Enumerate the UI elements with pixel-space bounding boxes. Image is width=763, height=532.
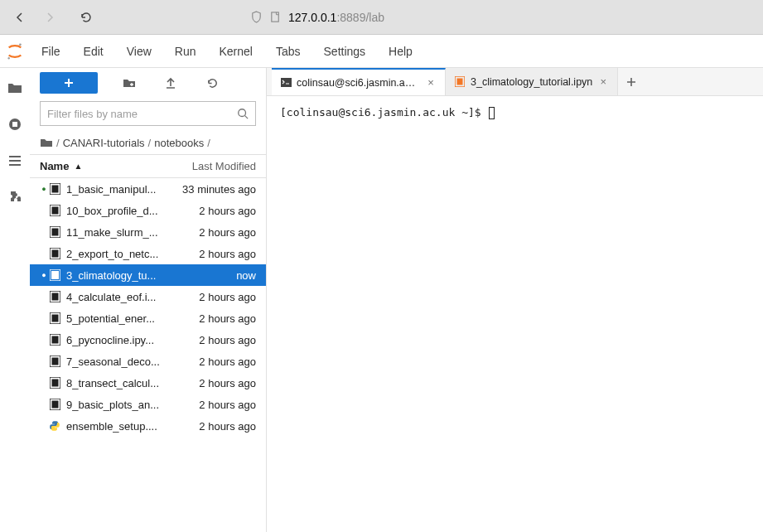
file-name: 10_box_profile_d... [66,205,173,217]
svg-rect-27 [51,401,58,409]
filter-box[interactable] [40,101,256,126]
file-modified: 2 hours ago [173,334,256,346]
tab-close-button[interactable]: × [597,76,609,88]
breadcrumb: / CANARI-tutorials / notebooks / [30,131,266,154]
file-row[interactable]: 2_export_to_netc...2 hours ago [30,243,266,264]
reload-icon [80,11,93,24]
column-header-name[interactable]: Name ▲ [40,160,173,172]
activity-bar [0,68,30,532]
file-row[interactable]: ●3_climatology_tu...now [30,264,266,286]
stop-circle-icon [7,117,22,132]
new-launcher-button[interactable] [40,72,98,94]
file-modified: 2 hours ago [173,399,256,411]
file-status-indicator: ● [40,271,48,279]
file-browser-tab[interactable] [7,80,23,96]
file-list-header: Name ▲ Last Modified [30,154,266,178]
python-icon [48,420,61,432]
running-tab[interactable] [7,116,23,133]
menu-kernel[interactable]: Kernel [207,35,263,67]
tab-terminal[interactable]: colinsau@sci6.jasmin.ac.uk × [272,68,446,95]
puzzle-icon [7,190,22,205]
breadcrumb-separator: / [56,137,60,149]
svg-rect-13 [51,250,58,258]
svg-rect-30 [457,79,463,85]
breadcrumb-item[interactable]: notebooks [154,137,204,149]
tab-label: 3_climatology_tutorial.ipyn [471,76,592,88]
folder-icon [7,81,22,94]
refresh-button[interactable] [202,73,222,93]
svg-rect-21 [51,336,58,344]
svg-point-1 [19,43,22,46]
search-icon [237,108,249,119]
upload-button[interactable] [161,73,181,93]
file-row[interactable]: ●1_basic_manipul...33 minutes ago [30,178,266,200]
jupyter-logo[interactable] [0,42,30,60]
file-name: 5_potential_ener... [66,312,173,325]
extensions-tab[interactable] [7,189,23,206]
list-icon [7,154,22,167]
file-name: 6_pycnocline.ipy... [66,334,173,346]
tab-notebook[interactable]: 3_climatology_tutorial.ipyn × [446,68,618,95]
browser-url-bar[interactable]: 127.0.0.1:8889/lab [244,5,756,30]
menu-edit[interactable]: Edit [72,35,115,67]
notebook-icon [48,205,61,216]
file-modified: 2 hours ago [173,248,256,260]
svg-rect-7 [51,186,58,193]
browser-forward-button[interactable] [36,5,63,30]
browser-navigation-bar: 127.0.0.1:8889/lab [0,0,763,35]
file-row[interactable]: 11_make_slurm_...2 hours ago [30,221,266,243]
tab-label: colinsau@sci6.jasmin.ac.uk [297,77,420,89]
toc-tab[interactable] [7,152,23,169]
file-modified: now [173,269,256,282]
menu-run[interactable]: Run [163,35,208,67]
svg-rect-25 [51,380,58,387]
filter-input[interactable] [47,108,237,120]
shield-icon [250,11,263,23]
file-status-indicator: ● [40,185,48,193]
breadcrumb-item[interactable]: CANARI-tutorials [63,137,145,149]
file-name: 9_basic_plots_an... [66,399,173,411]
menu-view[interactable]: View [115,35,163,67]
tab-close-button[interactable]: × [425,77,437,89]
new-folder-button[interactable] [119,73,139,93]
breadcrumb-separator: / [148,137,152,149]
file-row[interactable]: 5_potential_ener...2 hours ago [30,307,266,329]
browser-back-button[interactable] [7,5,33,30]
file-modified: 2 hours ago [173,377,256,389]
menu-tabs[interactable]: Tabs [264,35,312,67]
folder-icon[interactable] [40,136,53,149]
arrow-right-icon [43,11,56,24]
url-path: :8889/lab [336,11,384,24]
svg-rect-23 [51,358,58,365]
notebook-icon [48,399,61,410]
jupyter-icon [6,42,24,60]
file-browser-toolbar [30,68,266,98]
file-modified: 2 hours ago [173,205,256,217]
notebook-icon [48,183,61,195]
column-header-modified[interactable]: Last Modified [173,160,256,172]
file-row[interactable]: 9_basic_plots_an...2 hours ago [30,394,266,415]
file-row[interactable]: 10_box_profile_d...2 hours ago [30,200,266,221]
file-name: 8_transect_calcul... [66,377,173,389]
file-modified: 2 hours ago [173,420,256,433]
file-row[interactable]: 8_transect_calcul...2 hours ago [30,372,266,394]
notebook-icon [48,291,61,302]
menu-help[interactable]: Help [377,35,424,67]
file-name: 2_export_to_netc... [66,248,173,260]
menu-settings[interactable]: Settings [312,35,378,67]
main-content-area: colinsau@sci6.jasmin.ac.uk × 3_climatolo… [267,68,763,532]
terminal-output[interactable]: [colinsau@sci6.jasmin.ac.uk ~]$ [267,96,763,532]
file-row[interactable]: ensemble_setup....2 hours ago [30,415,266,437]
file-row[interactable]: 6_pycnocline.ipy...2 hours ago [30,329,266,351]
file-row[interactable]: 4_calculate_eof.i...2 hours ago [30,286,266,307]
add-tab-button[interactable] [618,68,645,95]
file-row[interactable]: 7_seasonal_deco...2 hours ago [30,351,266,372]
file-list: ●1_basic_manipul...33 minutes ago10_box_… [30,178,266,532]
browser-reload-button[interactable] [73,5,99,30]
file-modified: 2 hours ago [173,355,256,368]
upload-icon [165,76,176,89]
svg-point-5 [239,109,246,117]
file-modified: 2 hours ago [173,291,256,303]
menu-file[interactable]: File [30,35,72,67]
file-name: 11_make_slurm_... [66,226,173,239]
